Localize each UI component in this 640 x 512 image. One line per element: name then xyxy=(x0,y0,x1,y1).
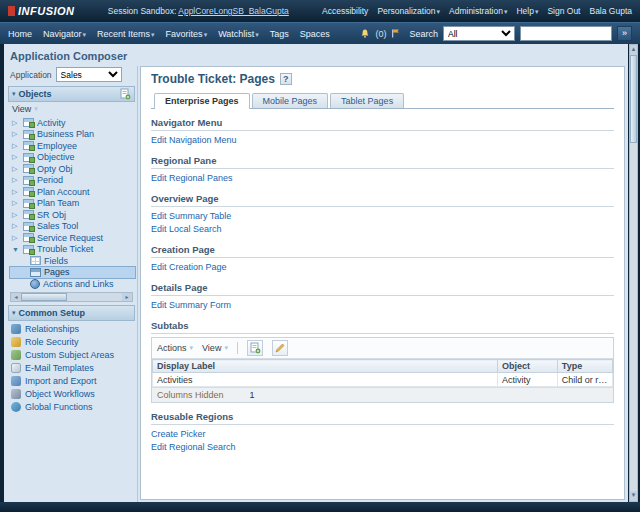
notifications-bell-icon[interactable] xyxy=(360,28,370,39)
collapse-icon[interactable]: ▾ xyxy=(12,90,16,98)
tree-item-sr-obj[interactable]: ▷SR Obj xyxy=(10,209,135,221)
tree-view-menu[interactable]: View ▾ xyxy=(8,102,135,116)
expand-icon[interactable]: ▷ xyxy=(12,142,20,150)
expand-icon[interactable]: ▷ xyxy=(12,165,20,173)
expand-icon[interactable]: ▷ xyxy=(12,211,20,219)
object-icon xyxy=(23,233,34,242)
search-input[interactable] xyxy=(520,26,612,41)
edit-creation-page-link[interactable]: Edit Creation Page xyxy=(151,261,227,274)
administration-menu[interactable]: Administration▾ xyxy=(449,6,507,16)
objects-section-header[interactable]: ▾ Objects xyxy=(8,86,135,102)
edit-navigation-menu-link[interactable]: Edit Navigation Menu xyxy=(151,134,237,147)
expand-icon[interactable]: ▷ xyxy=(12,234,20,242)
column-header-type[interactable]: Type xyxy=(557,360,612,373)
help-menu[interactable]: Help▾ xyxy=(516,6,538,16)
scroll-left-button[interactable]: ◂ xyxy=(11,293,21,301)
expand-icon[interactable]: ▷ xyxy=(12,222,20,230)
logo-mark-icon xyxy=(8,6,15,16)
search-scope-select[interactable]: All xyxy=(443,26,515,41)
global-toolbar: INFUSION Session Sandbox: ApplCoreLongSB… xyxy=(0,0,640,22)
new-object-icon[interactable] xyxy=(119,88,131,100)
object-icon xyxy=(23,164,34,173)
nav-favorites-menu[interactable]: Favorites▾ xyxy=(166,29,208,39)
object-icon xyxy=(23,118,34,127)
tree-item-service-request[interactable]: ▷Service Request xyxy=(10,232,135,244)
tab-enterprise-pages[interactable]: Enterprise Pages xyxy=(154,93,250,109)
expand-icon[interactable]: ▷ xyxy=(12,119,20,127)
bottom-status-bar xyxy=(0,502,640,512)
section-creation-page: Creation Page Edit Creation Page xyxy=(151,244,614,274)
view-menu[interactable]: View▾ xyxy=(202,343,228,353)
tab-tablet-pages[interactable]: Tablet Pages xyxy=(330,93,404,108)
tree-item-actions-and-links[interactable]: Actions and Links xyxy=(10,278,135,290)
nav-navigator-menu[interactable]: Navigator▾ xyxy=(43,29,86,39)
edit-regional-search-link[interactable]: Edit Regional Search xyxy=(151,441,236,454)
expand-icon[interactable]: ▷ xyxy=(12,176,20,184)
edit-summary-table-link[interactable]: Edit Summary Table xyxy=(151,210,231,223)
expand-icon[interactable]: ▷ xyxy=(12,153,20,161)
tree-item-pages[interactable]: Pages xyxy=(10,267,135,279)
edit-subtab-button[interactable] xyxy=(272,340,288,356)
nav-watchlist-menu[interactable]: Watchlist▾ xyxy=(218,29,259,39)
scrollbar-thumb[interactable] xyxy=(21,293,67,301)
sidebar-item-relationships[interactable]: Relationships xyxy=(11,323,135,336)
scroll-up-button[interactable]: ▲ xyxy=(630,45,637,55)
tree-horizontal-scrollbar[interactable]: ◂ ▸ xyxy=(10,292,133,302)
scroll-down-button[interactable]: ▼ xyxy=(630,491,637,501)
flag-icon[interactable] xyxy=(391,28,400,39)
expand-icon[interactable]: ▷ xyxy=(12,130,20,138)
session-sandbox-link[interactable]: ApplCoreLongSB_BalaGupta xyxy=(178,6,289,16)
edit-regional-panes-link[interactable]: Edit Regional Panes xyxy=(151,172,233,185)
create-subtab-button[interactable] xyxy=(247,340,263,356)
session-label: Session Sandbox: xyxy=(108,6,177,16)
nav-tags[interactable]: Tags xyxy=(270,29,289,39)
common-setup-section-header[interactable]: ▾ Common Setup xyxy=(8,305,135,321)
window-vertical-scrollbar[interactable]: ▲ ▼ xyxy=(629,44,638,502)
application-select[interactable]: Sales xyxy=(56,67,122,82)
tree-item-fields[interactable]: Fields xyxy=(10,255,135,267)
accessibility-link[interactable]: Accessibility xyxy=(322,6,368,16)
search-label: Search xyxy=(409,29,438,39)
edit-summary-form-link[interactable]: Edit Summary Form xyxy=(151,299,231,312)
column-header-display-label[interactable]: Display Label xyxy=(153,360,498,373)
expand-icon[interactable]: ▷ xyxy=(12,199,20,207)
tree-item-opty-obj[interactable]: ▷Opty Obj xyxy=(10,163,135,175)
edit-local-search-link[interactable]: Edit Local Search xyxy=(151,223,222,236)
sidebar-item-object-workflows[interactable]: Object Workflows xyxy=(11,388,135,401)
collapse-icon[interactable]: ▾ xyxy=(12,309,16,317)
object-icon xyxy=(23,245,34,254)
tree-item-employee[interactable]: ▷Employee xyxy=(10,140,135,152)
scroll-right-button[interactable]: ▸ xyxy=(122,293,132,301)
tree-item-trouble-ticket[interactable]: ▼Trouble Ticket xyxy=(10,244,135,256)
sidebar-item-import-and-export[interactable]: Import and Export xyxy=(11,375,135,388)
sidebar-item-custom-subject-areas[interactable]: Custom Subject Areas xyxy=(11,349,135,362)
tab-mobile-pages[interactable]: Mobile Pages xyxy=(252,93,329,108)
personalization-menu[interactable]: Personalization▾ xyxy=(377,6,440,16)
collapse-icon[interactable]: ▼ xyxy=(12,246,20,253)
table-row[interactable]: Activities Activity Child or related obj… xyxy=(153,373,613,387)
tree-item-period[interactable]: ▷Period xyxy=(10,175,135,187)
actions-menu[interactable]: Actions▾ xyxy=(157,343,193,353)
sidebar-item-email-templates[interactable]: E-Mail Templates xyxy=(11,362,135,375)
nav-spaces[interactable]: Spaces xyxy=(300,29,330,39)
tree-item-business-plan[interactable]: ▷Business Plan xyxy=(10,129,135,141)
tree-item-objective[interactable]: ▷Objective xyxy=(10,152,135,164)
search-go-button[interactable]: » xyxy=(617,26,632,41)
create-picker-link[interactable]: Create Picker xyxy=(151,428,206,441)
sidebar-item-role-security[interactable]: Role Security xyxy=(11,336,135,349)
tree-item-plan-team[interactable]: ▷Plan Team xyxy=(10,198,135,210)
nav-home[interactable]: Home xyxy=(8,29,32,39)
sidebar-item-global-functions[interactable]: Global Functions xyxy=(11,401,135,414)
sign-out-link[interactable]: Sign Out xyxy=(547,6,580,16)
expand-icon[interactable]: ▷ xyxy=(12,188,20,196)
email-templates-icon xyxy=(11,363,21,373)
tree-item-activity[interactable]: ▷Activity xyxy=(10,117,135,129)
column-header-object[interactable]: Object xyxy=(498,360,558,373)
scrollbar-thumb[interactable] xyxy=(630,55,637,143)
tree-item-plan-account[interactable]: ▷Plan Account xyxy=(10,186,135,198)
tree-item-sales-tool[interactable]: ▷Sales Tool xyxy=(10,221,135,233)
help-icon[interactable]: ? xyxy=(280,73,292,85)
nav-recent-items-menu[interactable]: Recent Items▾ xyxy=(97,29,155,39)
notification-count[interactable]: (0) xyxy=(375,29,386,39)
panel-title: Trouble Ticket: Pages xyxy=(151,72,275,86)
